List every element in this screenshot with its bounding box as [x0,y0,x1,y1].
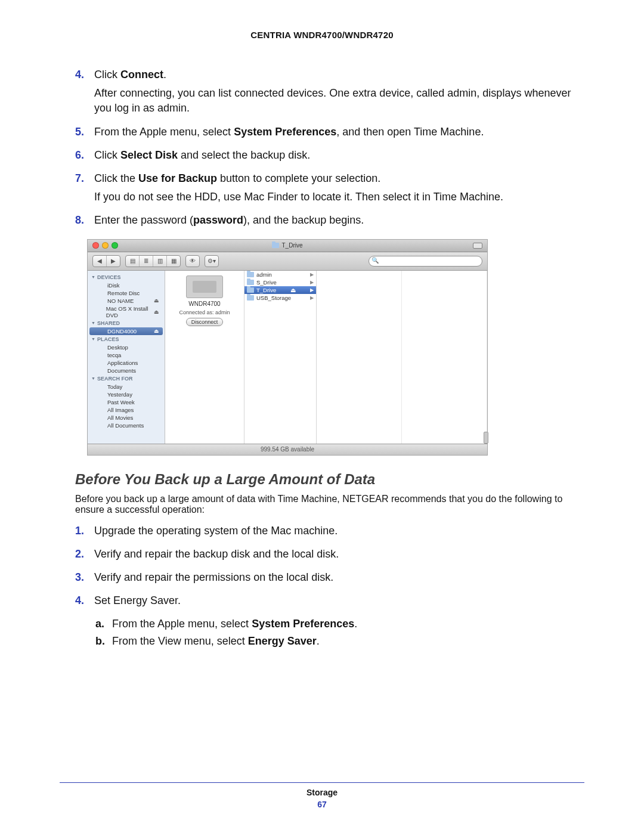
folder-icon [247,295,254,301]
sidebar-item[interactable]: Remote Disc [89,289,163,297]
sidebar-item[interactable]: tecqa [89,351,163,359]
sidebar-item[interactable]: Past Week [89,398,163,406]
sidebar-item-icon [98,414,105,420]
folder-label: S_Drive [256,279,277,286]
step-number: 8. [75,213,94,231]
step: 2.Verify and repair the backup disk and … [75,547,584,565]
folder-item[interactable]: USB_Storage▶ [244,294,316,302]
step: 4.Click Connect.After connecting, you ca… [75,67,584,120]
sidebar-item[interactable]: All Images [89,406,163,414]
step-number: 5. [75,125,94,143]
step: 7.Click the Use for Backup button to com… [75,171,584,208]
step-text: From the Apple menu, select System Prefe… [94,125,584,140]
folder-item[interactable]: S_Drive▶ [244,278,316,286]
device-name: WNDR4700 [188,301,220,307]
sidebar-item-label: All Documents [107,422,144,429]
sidebar-item[interactable]: Applications [89,359,163,367]
page-number: 67 [0,800,644,809]
view-switcher[interactable]: ▤≣▥▦ [125,255,181,267]
toolbar: ◀▶ ▤≣▥▦ 👁 ⚙▾ 🔍 [88,252,487,271]
step-body: Click Connect.After connecting, you can … [94,67,584,120]
step-text: Upgrade the operating system of the Mac … [94,524,584,538]
step-body: Click Select Disk and select the backup … [94,148,584,166]
column-handle-icon[interactable] [484,432,488,444]
folder-icon [247,287,254,293]
nav-back-forward[interactable]: ◀▶ [92,255,120,267]
sidebar-heading[interactable]: SHARED [88,319,165,327]
eject-icon[interactable]: ⏏ [154,328,159,334]
sidebar-item-icon [98,328,105,334]
step-text: Click the Use for Backup button to compl… [94,171,584,186]
eject-icon[interactable]: ⏏ [154,309,159,315]
sidebar-item-icon [98,422,105,428]
folder-icon [247,272,254,277]
step-body: Upgrade the operating system of the Mac … [94,524,584,542]
sub-step-text: From the Apple menu, select System Prefe… [112,617,357,631]
sidebar-item-icon [98,352,105,358]
sidebar-item-icon [98,309,104,315]
sidebar-item-icon [98,360,105,366]
sidebar-item-icon [98,407,105,413]
sub-step-marker: a. [95,617,112,631]
sidebar-item[interactable]: Documents [89,367,163,374]
folder-label: admin [256,271,272,278]
sidebar-heading[interactable]: SEARCH FOR [88,374,165,383]
step-text: After connecting, you can list connected… [94,86,584,116]
sidebar-item[interactable]: iDisk [89,281,163,289]
folder-item[interactable]: admin▶ [244,271,316,278]
sidebar-item-label: DGND4000 [107,328,137,335]
sidebar-item-icon [98,391,105,397]
sidebar-item-icon [98,399,105,405]
window-title: T_Drive [281,242,302,249]
step: 5.From the Apple menu, select System Pre… [75,125,584,143]
finder-window: T_Drive ◀▶ ▤≣▥▦ 👁 ⚙▾ 🔍 DEVICESiDiskRemot… [87,239,488,456]
sidebar-item[interactable]: Today [89,383,163,391]
chevron-right-icon: ▶ [310,295,314,301]
action-menu[interactable]: ⚙▾ [205,255,219,267]
sidebar-item[interactable]: All Documents [89,422,163,429]
sidebar-item[interactable]: All Movies [89,414,163,422]
step: 4.Set Energy Saver. [75,593,584,612]
step-number: 4. [75,593,94,612]
disconnect-button[interactable]: Disconnect [186,318,224,326]
search-field[interactable]: 🔍 [369,256,482,267]
folder-icon [272,243,279,248]
search-input[interactable] [369,256,482,267]
sidebar-item[interactable]: DGND4000⏏ [89,327,163,335]
titlebar: T_Drive [88,240,487,252]
eject-icon[interactable]: ⏏ [290,287,296,293]
sidebar-item[interactable]: Mac OS X Install DVD⏏ [89,305,163,319]
sidebar-item[interactable]: NO NAME⏏ [89,297,163,305]
sidebar-item[interactable]: Desktop [89,343,163,351]
folder-icon [247,280,254,285]
step-list: 4.Click Connect.After connecting, you ca… [75,67,584,232]
footer-rule [60,782,584,783]
sidebar-item-icon [98,290,105,296]
step-body: From the Apple menu, select System Prefe… [94,125,584,143]
step-body: Click the Use for Backup button to compl… [94,171,584,208]
footer-category: Storage [0,788,644,797]
sidebar-heading[interactable]: DEVICES [88,273,165,281]
sidebar-item-label: Remote Disc [107,290,140,296]
chevron-right-icon: ▶ [310,287,314,293]
step-text: If you do not see the HDD, use Mac Finde… [94,190,584,205]
chevron-right-icon: ▶ [310,272,314,277]
quicklook-button[interactable]: 👁 [185,255,200,267]
folder-item[interactable]: T_Drive⏏▶ [244,286,316,294]
sidebar-item[interactable]: Yesterday [89,391,163,398]
step-text: Click Select Disk and select the backup … [94,148,584,163]
step-text: Verify and repair the backup disk and th… [94,547,584,562]
sidebar-item-label: Desktop [107,344,128,351]
sidebar-heading[interactable]: PLACES [88,335,165,343]
eject-icon[interactable]: ⏏ [154,298,159,304]
sidebar-item-icon [98,344,105,350]
folder-label: T_Drive [256,287,276,293]
step: 3.Verify and repair the permissions on t… [75,570,584,589]
sidebar-item-label: Past Week [107,399,135,405]
sidebar-item-label: tecqa [107,352,121,358]
step-body: Enter the password (password), and the b… [94,213,584,231]
sidebar-item-icon [98,298,105,304]
blank-columns [317,271,487,444]
sub-step-marker: b. [95,634,112,649]
folder-column: admin▶S_Drive▶T_Drive⏏▶USB_Storage▶ [244,271,317,444]
